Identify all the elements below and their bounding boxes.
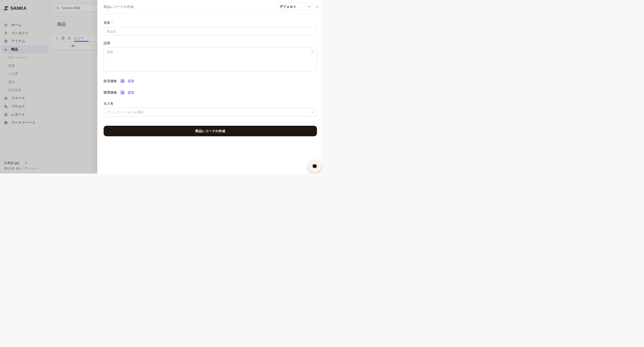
create-product-modal: 商品レコードの作成 デフォルト 名前 * 説明 販売価格 U 追加 購買価格 U…	[97, 0, 322, 174]
description-field[interactable]	[104, 48, 317, 72]
close-icon[interactable]	[315, 5, 319, 9]
supplier-field-label: 仕入先	[104, 102, 317, 106]
modal-header: 商品レコードの作成 デフォルト	[98, 0, 322, 14]
name-field[interactable]	[104, 27, 317, 36]
name-field-label: 名前 *	[104, 21, 317, 25]
currency-unit-badge[interactable]: U	[120, 79, 125, 83]
required-mark: *	[112, 21, 112, 25]
sales-price-label: 販売価格	[104, 79, 117, 83]
sales-price-row: 販売価格 U 追加	[104, 79, 317, 83]
modal-form: 名前 * 説明 販売価格 U 追加 購買価格 U 追加 仕入先 商品	[98, 14, 322, 136]
supplier-select[interactable]	[104, 108, 317, 117]
caret-down-icon[interactable]	[305, 3, 313, 11]
currency-unit-badge[interactable]: U	[120, 90, 125, 95]
modal-title: 商品レコードの作成	[104, 5, 134, 9]
chat-bubble-icon	[312, 163, 318, 169]
chat-launcher-button[interactable]	[308, 160, 321, 173]
purchase-price-label: 購買価格	[104, 91, 117, 95]
supplier-select-input[interactable]	[104, 108, 317, 117]
add-sales-price-button[interactable]: 追加	[128, 79, 134, 83]
purchase-price-row: 購買価格 U 追加	[104, 90, 317, 95]
create-product-submit-button[interactable]: 商品レコードの作成	[104, 126, 317, 136]
smiley-icon[interactable]	[311, 50, 314, 53]
description-field-label: 説明	[104, 41, 317, 45]
template-select-value: デフォルト	[276, 3, 305, 11]
add-purchase-price-button[interactable]: 追加	[128, 91, 134, 95]
template-select-button[interactable]: デフォルト	[276, 3, 313, 11]
